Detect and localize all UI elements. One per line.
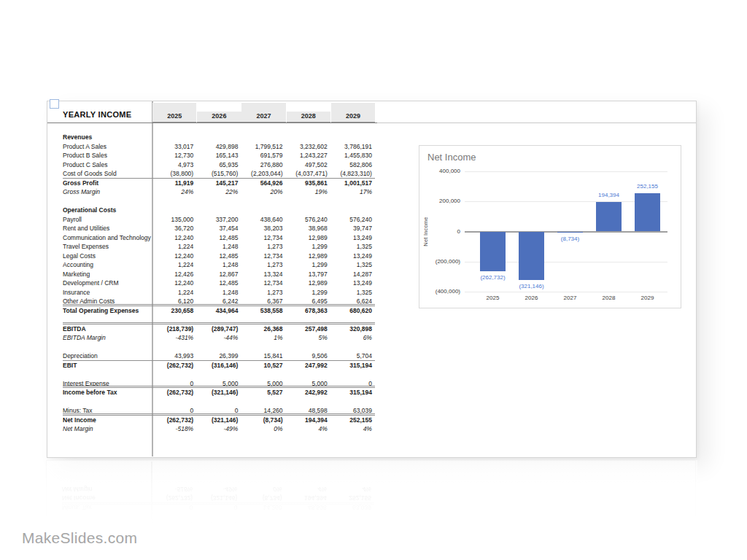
row-value: 26,399 xyxy=(196,351,241,360)
table-row: Revenues xyxy=(63,133,375,142)
row-value: 538,558 xyxy=(241,306,285,316)
table-row: Cost of Goods Sold(38,800)(515,760)(2,20… xyxy=(63,169,375,179)
x-tick-label: 2029 xyxy=(628,295,667,301)
y-tick-label: 200,000 xyxy=(419,198,460,205)
x-tick-label: 2025 xyxy=(473,295,512,301)
row-value: 14,260 xyxy=(241,406,285,413)
watermark: MakeSlides.com xyxy=(22,529,137,547)
row-label: Travel Expenses xyxy=(63,242,152,252)
row-label: Rent and Utilities xyxy=(63,224,152,233)
table-row xyxy=(63,397,375,407)
row-label xyxy=(63,197,152,206)
row-value: 0 xyxy=(196,406,241,413)
table-row xyxy=(63,315,375,324)
row-value: 276,880 xyxy=(241,160,285,170)
row-value: 434,964 xyxy=(196,306,241,316)
table-row: Legal Costs12,24012,48512,73412,98913,24… xyxy=(63,252,375,261)
row-label: Legal Costs xyxy=(63,252,152,261)
row-value: 13,797 xyxy=(286,270,330,279)
x-tick-label: 2027 xyxy=(551,295,589,301)
row-value: 1,325 xyxy=(330,288,375,298)
row-value: 65,935 xyxy=(196,160,241,170)
row-value: 0 xyxy=(152,406,196,413)
row-value: 315,194 xyxy=(330,388,375,397)
row-value: 13,324 xyxy=(241,270,285,279)
table-row: Product C Sales4,97365,935276,880497,502… xyxy=(63,160,375,170)
table-row: Marketing12,42612,86713,32413,79714,287 xyxy=(63,270,375,279)
row-value: 10,527 xyxy=(241,361,285,370)
income-table-body: RevenuesProduct A Sales33,017429,8981,79… xyxy=(63,133,375,434)
table-row: Other Admin Costs6,1206,2426,3676,4956,6… xyxy=(63,297,375,306)
row-label: Income before Tax xyxy=(63,388,152,397)
row-value: 576,240 xyxy=(330,215,375,225)
row-value: 12,240 xyxy=(152,252,196,261)
row-value: 1,325 xyxy=(330,242,375,252)
row-value: 17% xyxy=(330,187,375,197)
row-label xyxy=(63,397,152,407)
row-value: 5,000 xyxy=(286,379,330,386)
row-value: 6,495 xyxy=(286,297,330,304)
row-value: 6,624 xyxy=(330,297,375,304)
row-value: 48,598 xyxy=(286,406,330,413)
row-value: 680,620 xyxy=(330,306,375,316)
row-value: 26,368 xyxy=(241,324,285,334)
row-value: 9,506 xyxy=(286,351,330,360)
row-value: 14,287 xyxy=(330,270,375,279)
row-value: 1,248 xyxy=(196,260,241,270)
table-row: EBIT(262,732)(316,146)10,527247,992315,1… xyxy=(63,361,375,370)
row-value: 1,224 xyxy=(152,242,196,252)
row-value: 6,120 xyxy=(152,297,196,304)
y-tick-label: (400,000) xyxy=(419,288,460,295)
row-value: 5,704 xyxy=(330,351,375,360)
bar-value-label: 194,394 xyxy=(587,192,631,198)
table-row: Insurance1,2241,2481,2731,2991,325 xyxy=(63,288,375,298)
row-value: 935,861 xyxy=(286,179,330,188)
row-value: 6,242 xyxy=(196,297,241,304)
row-value: (4,037,471) xyxy=(286,169,330,178)
gridline xyxy=(465,171,667,172)
table-row: Rent and Utilities36,72037,45438,20338,9… xyxy=(63,224,375,233)
row-value: 11,919 xyxy=(152,179,196,188)
row-label: Development / CRM xyxy=(63,279,152,288)
row-value: 1,243,227 xyxy=(286,151,330,160)
chart-bar xyxy=(480,232,506,271)
row-value: 1% xyxy=(241,333,285,343)
row-value: 320,898 xyxy=(330,324,375,334)
row-value: 12,734 xyxy=(241,252,285,261)
row-value: 1,273 xyxy=(241,260,285,270)
row-value: 4% xyxy=(286,424,330,434)
row-value: 1,299 xyxy=(286,260,330,270)
row-value: (4,823,310) xyxy=(330,169,375,178)
year-header: 2028 xyxy=(287,112,330,122)
table-row: Depreciation43,99326,39915,8419,5065,704 xyxy=(63,351,375,361)
row-value: 38,968 xyxy=(286,224,330,233)
row-value: 135,000 xyxy=(152,215,196,225)
table-row: Operational Costs xyxy=(63,206,375,215)
row-label: Other Admin Costs xyxy=(63,297,152,304)
table-row: Interest Expense05,0005,0005,0000 xyxy=(63,379,375,389)
row-label: Product C Sales xyxy=(63,160,152,170)
row-label: Marketing xyxy=(63,270,152,279)
row-value: 38,203 xyxy=(241,224,285,233)
y-tick-label: (200,000) xyxy=(419,258,460,265)
year-header: 2029 xyxy=(331,103,375,122)
row-value: 6% xyxy=(330,333,375,343)
row-label: Total Operating Expenses xyxy=(63,306,152,316)
row-value: 63,039 xyxy=(330,406,375,413)
row-label: Net Margin xyxy=(63,424,152,434)
row-value: 12,730 xyxy=(152,151,196,160)
row-value: 438,640 xyxy=(241,215,285,225)
table-row: Total Operating Expenses230,658434,96453… xyxy=(63,306,375,316)
row-value: 3,786,191 xyxy=(330,142,375,152)
row-value: (321,146) xyxy=(196,388,241,397)
row-label xyxy=(63,343,152,352)
row-value: 1,299 xyxy=(286,242,330,252)
row-label: Revenues xyxy=(63,133,152,142)
chart-bar xyxy=(635,193,660,231)
row-value: 4,973 xyxy=(152,160,196,170)
slide: YEARLY INCOME 20252026202720282029 Reven… xyxy=(47,101,697,458)
row-value: (321,146) xyxy=(196,416,241,425)
row-value: 145,217 xyxy=(196,179,241,188)
row-value: 0 xyxy=(330,379,375,386)
row-value: 12,989 xyxy=(286,233,330,243)
